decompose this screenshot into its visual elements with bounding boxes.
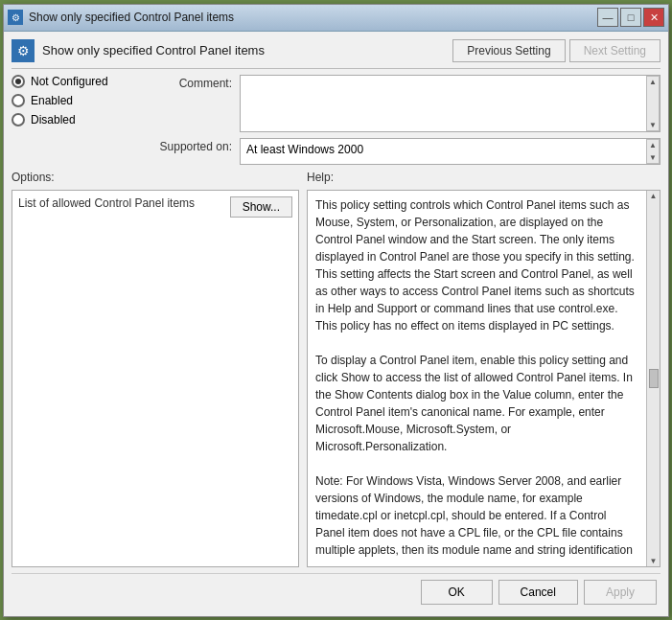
not-configured-radio[interactable]: Not Configured — [12, 75, 136, 88]
comment-scrollbar[interactable]: ▲ ▼ — [646, 76, 660, 131]
help-scrollbar[interactable]: ▲ ▼ — [646, 191, 660, 566]
not-configured-label: Not Configured — [31, 75, 108, 88]
comment-textarea-wrapper: ▲ ▼ — [240, 75, 660, 132]
header-left: ⚙ Show only specified Control Panel item… — [12, 39, 265, 62]
comment-scroll-down[interactable]: ▼ — [649, 121, 657, 129]
close-button[interactable]: ✕ — [643, 8, 664, 27]
radio-column: Not Configured Enabled Disabled — [12, 75, 136, 165]
enabled-label: Enabled — [31, 94, 73, 107]
help-wrapper: This policy setting controls which Contr… — [307, 190, 660, 567]
header-icon: ⚙ — [12, 39, 35, 62]
comment-scroll-up[interactable]: ▲ — [649, 78, 657, 86]
cancel-button[interactable]: Cancel — [498, 580, 578, 605]
main-window: ⚙ Show only specified Control Panel item… — [3, 4, 669, 617]
help-text: This policy setting controls which Contr… — [308, 191, 646, 566]
not-configured-radio-input[interactable] — [12, 75, 25, 88]
right-column: Comment: ▲ ▼ Supported on: At least Wind… — [146, 75, 660, 165]
supported-scroll-down[interactable]: ▼ — [649, 153, 657, 162]
supported-label: Supported on: — [146, 138, 232, 153]
options-title: Options: — [12, 171, 299, 184]
window-icon: ⚙ — [8, 10, 23, 25]
help-title: Help: — [307, 171, 660, 184]
supported-row: Supported on: At least Windows 2000 ▲ ▼ — [146, 138, 660, 165]
window-title: Show only specified Control Panel items — [29, 11, 234, 24]
next-setting-button[interactable]: Next Setting — [569, 39, 660, 62]
nav-buttons: Previous Setting Next Setting — [452, 39, 660, 62]
comment-row: Comment: ▲ ▼ — [146, 75, 660, 132]
ok-button[interactable]: OK — [421, 580, 493, 605]
supported-value: At least Windows 2000 — [241, 139, 646, 164]
header-section: ⚙ Show only specified Control Panel item… — [12, 39, 660, 69]
help-content: This policy setting controls which Contr… — [315, 198, 635, 557]
options-list-label: List of allowed Control Panel items — [18, 196, 222, 210]
supported-value-wrapper: At least Windows 2000 ▲ ▼ — [240, 138, 660, 165]
help-scroll-up[interactable]: ▲ — [650, 192, 658, 200]
apply-button[interactable]: Apply — [584, 580, 657, 605]
enabled-radio-input[interactable] — [12, 94, 25, 107]
options-panel: Options: List of allowed Control Panel i… — [12, 171, 299, 567]
show-button[interactable]: Show... — [230, 196, 292, 218]
content-area: ⚙ Show only specified Control Panel item… — [4, 32, 668, 616]
help-panel: Help: This policy setting controls which… — [307, 171, 660, 567]
options-box: List of allowed Control Panel items Show… — [12, 190, 299, 567]
radio-comment-section: Not Configured Enabled Disabled Comment: — [12, 75, 660, 165]
help-scrollbar-thumb[interactable] — [649, 369, 659, 388]
disabled-label: Disabled — [31, 113, 76, 126]
minimize-button[interactable]: — — [597, 8, 618, 27]
help-scroll-down[interactable]: ▼ — [650, 557, 658, 565]
maximize-button[interactable]: □ — [620, 8, 641, 27]
comment-textarea[interactable] — [241, 76, 646, 131]
supported-scrollbar[interactable]: ▲ ▼ — [646, 139, 660, 164]
enabled-radio[interactable]: Enabled — [12, 94, 136, 107]
disabled-radio[interactable]: Disabled — [12, 113, 136, 126]
previous-setting-button[interactable]: Previous Setting — [452, 39, 565, 62]
footer: OK Cancel Apply — [12, 573, 660, 609]
supported-scroll-up[interactable]: ▲ — [649, 141, 657, 149]
main-area: Options: List of allowed Control Panel i… — [12, 171, 660, 567]
title-bar-left: ⚙ Show only specified Control Panel item… — [8, 10, 234, 25]
title-bar: ⚙ Show only specified Control Panel item… — [4, 5, 668, 32]
disabled-radio-input[interactable] — [12, 113, 25, 126]
comment-label: Comment: — [146, 75, 232, 90]
title-buttons: — □ ✕ — [597, 8, 664, 27]
header-title: Show only specified Control Panel items — [42, 43, 265, 57]
